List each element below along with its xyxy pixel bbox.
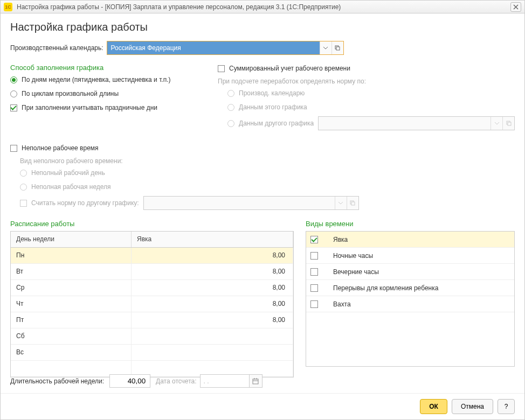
radio-icon	[20, 170, 27, 177]
partial-subtitle: Вид неполного рабочего времени:	[20, 157, 515, 165]
cell-day: Пн	[11, 248, 132, 263]
duration-input[interactable]	[109, 374, 150, 388]
open-icon	[506, 121, 512, 126]
checkbox-icon	[20, 200, 27, 207]
table-row[interactable]: Вт8,00	[11, 264, 293, 280]
cell-day: Вс	[11, 345, 132, 360]
radio-by-week-label: По дням недели (пятидневка, шестидневка …	[22, 76, 171, 83]
check-partial-norm: Считать норму по другому графику:	[20, 196, 515, 210]
app-icon: 1С	[4, 3, 12, 11]
svg-rect-3	[508, 122, 511, 125]
calendar-field[interactable]: Российская Федерация	[107, 41, 344, 55]
list-item[interactable]: Вечерние часы	[306, 264, 514, 280]
radio-icon	[227, 90, 234, 97]
overtime-label: При подсчете переработок определять норм…	[218, 78, 515, 85]
radio-by-week[interactable]: По дням недели (пятидневка, шестидневка …	[10, 75, 202, 85]
cell-val	[132, 345, 293, 360]
checkbox-icon	[218, 65, 225, 72]
check-sum-time[interactable]: Суммированный учет рабочего времени	[218, 64, 515, 73]
radio-icon	[10, 90, 17, 97]
check-holidays-label: При заполнении учитывать праздничные дни	[22, 104, 157, 111]
page-title: Настройка графика работы	[10, 21, 515, 33]
schedule-table[interactable]: День недели Явка Пн8,00Вт8,00Ср8,00Чт8,0…	[10, 231, 294, 377]
time-type-label: Ночные часы	[333, 252, 373, 260]
radio-other-sched: Данным другого графика	[227, 116, 515, 130]
calendar-value: Российская Федерация	[107, 41, 320, 54]
radio-by-cycles-label: По циклам произвольной длины	[22, 90, 119, 97]
cell-val: 8,00	[132, 248, 293, 263]
cell-val: 8,00	[132, 296, 293, 312]
chevron-down-icon	[495, 122, 499, 125]
radio-partial-day-label: Неполный рабочий день	[31, 169, 105, 177]
radio-icon	[20, 184, 27, 191]
schedule-col-day: День недели	[11, 232, 132, 247]
checkbox-icon	[310, 300, 318, 308]
radio-this-sched-label: Данным этого графика	[239, 103, 307, 111]
cell-day: Чт	[11, 296, 132, 312]
cell-val: 8,00	[132, 312, 293, 328]
svg-rect-5	[351, 202, 355, 205]
table-row[interactable]: Пн8,00	[11, 248, 293, 264]
radio-partial-day: Неполный рабочий день	[20, 168, 515, 178]
window-title: Настройка графика работы - [КОПИЯ] Зарпл…	[17, 3, 510, 11]
list-item[interactable]: Перерывы для кормления ребенка	[306, 280, 514, 296]
calendar-label: Производственный календарь:	[10, 44, 103, 52]
list-item[interactable]: Явка	[306, 232, 514, 248]
table-row[interactable]: Вс	[11, 345, 293, 361]
check-sum-time-label: Суммированный учет рабочего времени	[229, 65, 350, 72]
chevron-down-icon	[339, 202, 343, 205]
time-type-label: Вечерние часы	[333, 268, 379, 276]
radio-other-sched-label: Данным другого графика	[239, 120, 314, 127]
open-icon	[350, 200, 355, 206]
check-partial-time[interactable]: Неполное рабочее время	[10, 143, 515, 153]
table-row[interactable]: Чт8,00	[11, 296, 293, 312]
cell-day: Сб	[11, 328, 132, 344]
cancel-button[interactable]: Отмена	[452, 399, 493, 414]
svg-rect-6	[253, 379, 258, 384]
other-sched-dropdown	[491, 117, 502, 130]
partial-norm-dropdown	[335, 197, 347, 209]
other-sched-field	[318, 116, 515, 130]
table-row[interactable]: Пт8,00	[11, 312, 293, 328]
checkbox-icon	[10, 145, 17, 152]
schedule-title: Расписание работы	[10, 220, 294, 228]
radio-by-cycles[interactable]: По циклам произвольной длины	[10, 89, 202, 99]
calendar-dropdown-button[interactable]	[320, 41, 331, 54]
table-row[interactable]: Ср8,00	[11, 280, 293, 296]
duration-label: Длительность рабочей недели:	[10, 377, 104, 385]
list-item[interactable]: Вахта	[306, 296, 514, 312]
radio-prod-cal-label: Производ. календарю	[239, 89, 305, 97]
cell-day: Пт	[11, 312, 132, 328]
date-input[interactable]: . .	[200, 374, 250, 388]
radio-icon	[227, 104, 234, 111]
radio-this-sched: Данным этого графика	[227, 102, 515, 112]
help-button[interactable]: ?	[498, 399, 515, 414]
cell-day: Вт	[11, 264, 132, 279]
svg-rect-1	[336, 47, 340, 50]
radio-prod-cal: Производ. календарю	[227, 88, 515, 98]
list-item[interactable]: Ночные часы	[306, 248, 514, 264]
calendar-icon	[252, 378, 259, 384]
partial-norm-field	[143, 196, 359, 210]
date-label: Дата отсчета:	[156, 377, 196, 385]
time-type-label: Перерывы для кормления ребенка	[333, 284, 438, 292]
checkbox-icon	[10, 104, 17, 111]
cell-val: 8,00	[132, 264, 293, 279]
calendar-picker-button[interactable]	[250, 374, 262, 388]
time-type-label: Вахта	[333, 300, 351, 308]
time-types-table[interactable]: ЯвкаНочные часыВечерние часыПерерывы для…	[306, 231, 515, 367]
checkbox-icon	[310, 268, 318, 276]
ok-button[interactable]: ОК	[420, 399, 447, 414]
check-holidays[interactable]: При заполнении учитывать праздничные дни	[10, 103, 202, 113]
radio-icon	[10, 76, 17, 83]
open-icon	[335, 45, 340, 51]
calendar-open-button[interactable]	[331, 41, 343, 54]
table-row[interactable]: Сб	[11, 328, 293, 345]
time-types-title: Виды времени	[306, 220, 515, 228]
radio-partial-week-label: Неполная рабочая неделя	[31, 183, 111, 191]
close-button[interactable]	[510, 2, 521, 12]
check-partial-norm-label: Считать норму по другому графику:	[31, 199, 139, 207]
check-partial-label: Неполное рабочее время	[22, 144, 99, 152]
radio-icon	[227, 120, 234, 127]
checkbox-icon	[310, 236, 318, 243]
